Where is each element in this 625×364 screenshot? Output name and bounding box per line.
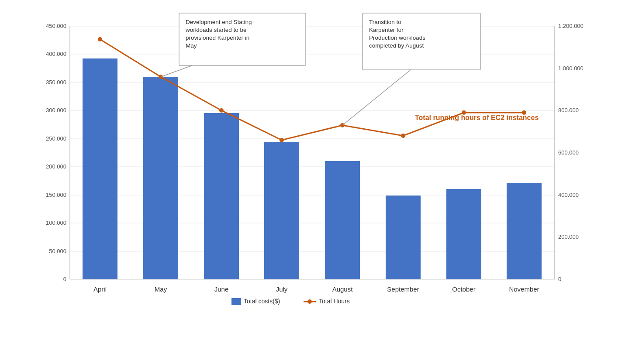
right-axis: 0 200.000 400.000 600.000 800.000 1.000.… [555,23,584,282]
x-label-september: September [387,285,419,293]
grid-lines [70,26,555,279]
bar-september [386,196,421,279]
right-tick-400k: 400.000 [558,192,579,198]
chart-container: 0 50.000 100.000 150.000 200.000 250.000… [0,0,625,364]
line-dot-april [98,37,102,41]
annotation-2: Transition to Karpenter for Production w… [342,13,480,125]
left-tick-0: 0 [63,276,66,282]
right-tick-1200k: 1.200.000 [558,23,584,29]
right-tick-800k: 800.000 [558,107,579,113]
main-chart-svg: 0 50.000 100.000 150.000 200.000 250.000… [35,9,590,312]
ann1-line1: Development end Stating [186,19,252,25]
ann2-line1: Transition to [369,19,401,25]
legend-line-dot-icon [307,299,312,304]
left-tick-250k: 250.000 [46,135,66,142]
ann2-line4: completed by August [369,42,424,49]
line-dot-july [280,138,284,142]
bars [83,58,542,279]
x-label-may: May [155,285,167,293]
right-tick-0: 0 [558,276,561,282]
legend-bar-label: Total costs($) [244,298,280,305]
bar-november [507,183,542,279]
chart-area: 0 50.000 100.000 150.000 200.000 250.000… [35,9,590,312]
line-dot-june [219,108,224,113]
ann1-connector [161,65,192,77]
left-tick-300k: 300.000 [46,107,66,113]
ann1-line2: workloads started to be [185,27,247,33]
bar-april [83,58,117,279]
annotation-1: Development end Stating workloads starte… [161,13,306,77]
x-label-august: August [332,285,353,293]
left-axis: 0 50.000 100.000 150.000 200.000 250.000… [46,23,70,282]
line-label: Total running hours of EC2 instances [415,114,539,121]
ann2-connector [342,70,411,125]
right-tick-600k: 600.000 [558,149,579,156]
x-label-june: June [214,285,229,293]
ann2-line2: Karpenter for [369,27,404,33]
legend-group: Total costs($) Total Hours [231,298,350,305]
left-tick-400k: 400.000 [46,51,66,57]
x-axis-labels: April May June July August September Oct… [93,285,539,293]
left-tick-50k: 50.000 [49,248,66,254]
left-tick-200k: 200.000 [46,163,66,170]
left-tick-350k: 350.000 [46,79,66,86]
x-label-july: July [276,285,288,293]
line-dot-september [401,134,405,138]
bar-may [143,77,178,279]
x-label-november: November [509,285,539,293]
bar-october [446,189,481,279]
left-tick-450k: 450.000 [46,23,66,29]
line-label-group: Total running hours of EC2 instances [415,114,539,121]
left-tick-100k: 100.000 [46,220,66,226]
x-label-april: April [93,285,107,293]
ann2-line3: Production workloads [369,34,425,41]
ann1-line4: May [186,42,197,49]
legend-line-label: Total Hours [319,298,350,305]
right-tick-1000k: 1.000.000 [558,65,584,72]
legend-bar-icon [231,298,241,305]
left-tick-150k: 150.000 [46,192,66,198]
ann1-line3: provisioned Karpenter in [186,34,249,41]
right-tick-200k: 200.000 [558,234,579,240]
bar-june [204,113,239,279]
bar-august [325,161,360,279]
x-label-october: October [452,285,475,293]
bar-july [264,142,299,279]
